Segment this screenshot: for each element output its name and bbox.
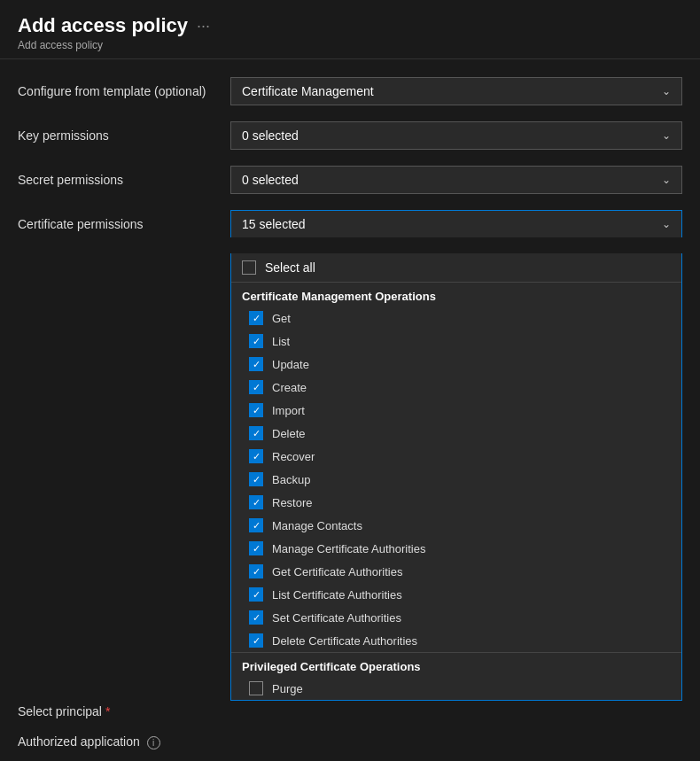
get-checkbox[interactable]: ✓ [249,311,263,325]
certificate-permissions-row: Certificate permissions 15 selected ⌄ [18,210,682,237]
secret-permissions-value: 0 selected [242,173,299,187]
secret-permissions-dropdown[interactable]: 0 selected ⌄ [230,166,682,194]
secret-permissions-dropdown-arrow: ⌄ [662,174,671,186]
certificate-permissions-dropdown[interactable]: 15 selected ⌄ [230,210,682,237]
update-label: Update [272,358,309,371]
backup-checkbox[interactable]: ✓ [249,472,263,486]
certificate-permissions-value: 15 selected [242,217,306,231]
list-item[interactable]: ✓ Recover [231,445,681,468]
template-dropdown-arrow: ⌄ [662,85,671,97]
delete-ca-checkbox[interactable]: ✓ [249,633,263,648]
info-icon[interactable]: i [147,736,160,749]
key-permissions-dropdown[interactable]: 0 selected ⌄ [230,121,682,150]
template-value: Certificate Management [242,84,374,98]
list-item[interactable]: ✓ Delete Certificate Authorities [231,629,681,652]
list-item[interactable]: ✓ Backup [231,468,681,491]
secret-permissions-row: Secret permissions 0 selected ⌄ [18,166,682,194]
form-content: Configure from template (optional) Certi… [0,59,700,761]
set-ca-checkbox[interactable]: ✓ [249,610,263,625]
key-permissions-value: 0 selected [242,128,299,143]
certificate-permissions-panel: Select all Certificate Management Operat… [230,253,682,701]
key-permissions-label: Key permissions [18,128,230,143]
template-dropdown[interactable]: Certificate Management ⌄ [230,77,682,105]
list-item[interactable]: ✓ Create [231,376,681,399]
list-ca-checkbox[interactable]: ✓ [249,587,263,602]
page-header: Add access policy ··· Add access policy [0,0,700,59]
create-label: Create [272,381,307,394]
certificate-permissions-dropdown-arrow: ⌄ [662,218,671,230]
recover-checkbox[interactable]: ✓ [249,449,263,463]
list-item[interactable]: ✓ Manage Certificate Authorities [231,537,681,560]
list-item[interactable]: Purge [231,677,681,700]
breadcrumb: Add access policy [18,39,682,51]
template-label: Configure from template (optional) [18,84,230,98]
import-checkbox[interactable]: ✓ [249,403,263,417]
select-principal-label: Select principal* [18,704,230,718]
get-ca-label: Get Certificate Authorities [272,565,402,579]
manage-contacts-label: Manage Contacts [272,519,362,532]
recover-label: Recover [272,450,315,463]
select-all-row[interactable]: Select all [231,253,681,283]
list-checkbox[interactable]: ✓ [249,334,263,348]
list-item[interactable]: ✓ List Certificate Authorities [231,583,681,606]
certificate-permissions-label: Certificate permissions [18,217,230,231]
manage-ca-label: Manage Certificate Authorities [272,542,425,555]
list-item[interactable]: ✓ Get Certificate Authorities [231,560,681,583]
restore-label: Restore [272,496,313,509]
import-label: Import [272,404,305,417]
delete-checkbox[interactable]: ✓ [249,426,263,440]
delete-ca-label: Delete Certificate Authorities [272,634,417,648]
purge-checkbox[interactable] [249,681,263,695]
get-label: Get [272,312,291,325]
delete-label: Delete [272,427,306,440]
create-checkbox[interactable]: ✓ [249,380,263,394]
manage-contacts-checkbox[interactable]: ✓ [249,518,263,532]
list-item[interactable]: ✓ List [231,330,681,353]
select-principal-row: Select principal* [18,704,682,718]
secret-permissions-label: Secret permissions [18,173,230,187]
cert-management-header: Certificate Management Operations [231,283,681,307]
purge-label: Purge [272,682,303,695]
list-item[interactable]: ✓ Get [231,307,681,330]
list-label: List [272,335,290,348]
manage-ca-checkbox[interactable]: ✓ [249,541,263,555]
select-all-checkbox[interactable] [242,260,256,275]
list-item[interactable]: ✓ Set Certificate Authorities [231,606,681,629]
list-item[interactable]: ✓ Delete [231,422,681,445]
list-item[interactable]: ✓ Update [231,353,681,376]
key-permissions-row: Key permissions 0 selected ⌄ [18,121,682,150]
authorized-application-label: Authorized application i [18,734,230,749]
update-checkbox[interactable]: ✓ [249,357,263,371]
list-ca-label: List Certificate Authorities [272,588,402,602]
set-ca-label: Set Certificate Authorities [272,611,401,625]
required-indicator: * [105,704,110,718]
list-item[interactable]: ✓ Manage Contacts [231,514,681,537]
key-permissions-dropdown-arrow: ⌄ [662,129,671,142]
get-ca-checkbox[interactable]: ✓ [249,564,263,579]
authorized-application-row: Authorized application i [18,734,682,749]
backup-label: Backup [272,473,310,486]
list-item[interactable]: ✓ Import [231,399,681,422]
restore-checkbox[interactable]: ✓ [249,495,263,509]
template-row: Configure from template (optional) Certi… [18,77,682,105]
privileged-header: Privileged Certificate Operations [231,653,681,677]
page-title: Add access policy [18,14,188,37]
ellipsis-menu[interactable]: ··· [197,17,210,35]
select-all-label: Select all [265,260,315,275]
list-item[interactable]: ✓ Restore [231,491,681,514]
